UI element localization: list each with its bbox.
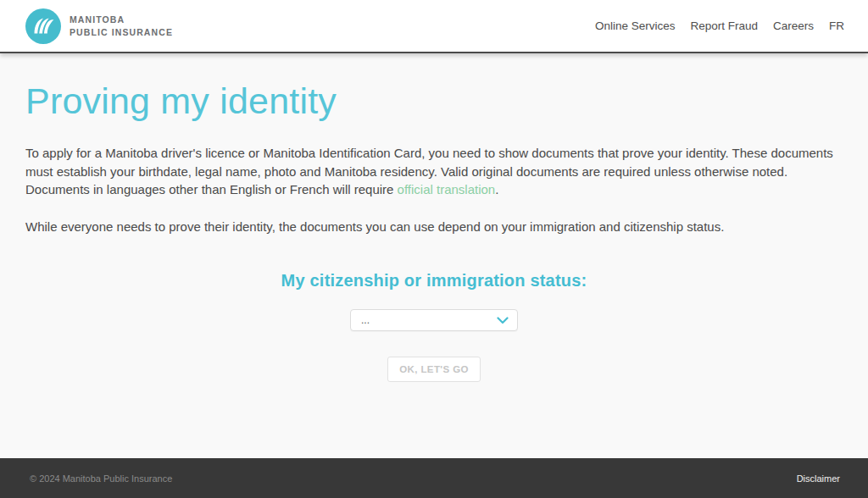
status-heading: My citizenship or immigration status:: [25, 271, 843, 290]
status-block: My citizenship or immigration status: ..…: [25, 271, 843, 382]
nav-careers[interactable]: Careers: [773, 19, 814, 32]
intro-paragraph: To apply for a Manitoba driver's licence…: [25, 144, 839, 199]
nav-language-fr[interactable]: FR: [829, 19, 844, 32]
nav-report-fraud[interactable]: Report Fraud: [690, 19, 758, 32]
header: MANITOBA PUBLIC INSURANCE Online Service…: [0, 0, 868, 53]
intro-paragraph-period: .: [495, 182, 498, 196]
header-nav: Online Services Report Fraud Careers FR: [595, 19, 844, 32]
mpi-logo-icon: [25, 8, 61, 44]
footer: © 2024 Manitoba Public Insurance Disclai…: [0, 458, 868, 498]
chevron-down-icon: [497, 317, 509, 324]
brand-line2: PUBLIC INSURANCE: [70, 26, 173, 38]
mpi-logo[interactable]: MANITOBA PUBLIC INSURANCE: [25, 8, 173, 44]
ok-lets-go-button[interactable]: OK, LET'S GO: [387, 357, 481, 382]
second-paragraph: While everyone needs to prove their iden…: [25, 218, 839, 236]
brand-line1: MANITOBA: [70, 14, 173, 25]
page-title: Proving my identity: [25, 80, 843, 122]
footer-disclaimer-link[interactable]: Disclaimer: [797, 473, 840, 484]
main-content: Proving my identity To apply for a Manit…: [0, 53, 868, 458]
footer-copyright: © 2024 Manitoba Public Insurance: [30, 473, 172, 484]
dropdown-selected-value: ...: [361, 314, 370, 326]
nav-online-services[interactable]: Online Services: [595, 19, 676, 32]
official-translation-link[interactable]: official translation: [398, 182, 496, 196]
brand-text: MANITOBA PUBLIC INSURANCE: [70, 14, 173, 37]
citizenship-status-dropdown[interactable]: ...: [350, 309, 518, 331]
